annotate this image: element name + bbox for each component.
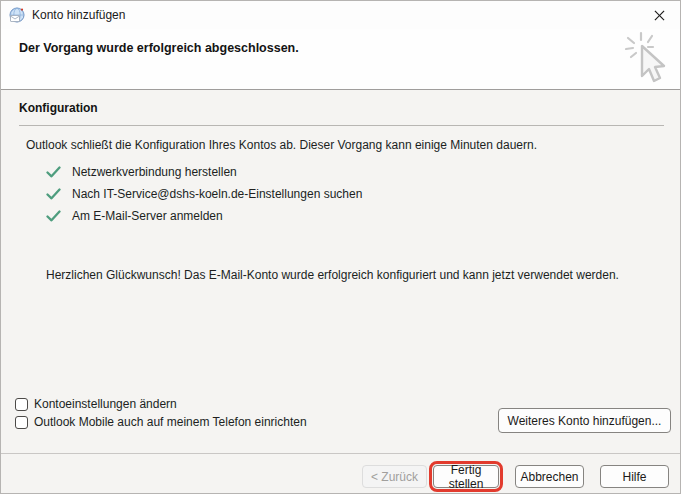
cancel-button[interactable]: Abbrechen [515,465,584,488]
step-logon-server: Am E-Mail-Server anmelden [46,205,362,227]
checkmark-icon [46,188,61,200]
progress-steps: Netzwerkverbindung herstellen Nach IT-Se… [46,161,362,227]
help-button[interactable]: Hilfe [600,465,669,488]
titlebar: Konto hinzufügen [1,1,680,29]
checkmark-icon [46,210,61,222]
footer-divider [1,453,680,454]
step-network: Netzwerkverbindung herstellen [46,161,362,183]
status-message: Der Vorgang wurde erfolgreich abgeschlos… [19,41,299,55]
account-globe-icon [9,7,25,23]
wizard-header: Der Vorgang wurde erfolgreich abgeschlos… [1,29,680,90]
step-search-settings: Nach IT-Service@dshs-koeln.de-Einstellun… [46,183,362,205]
back-button: < Zurück [362,465,427,488]
checkbox-label: Outlook Mobile auch auf meinem Telefon e… [34,415,307,429]
congrats-text: Herzlichen Glückwunsch! Das E-Mail-Konto… [46,268,619,282]
close-icon [654,10,665,21]
checkbox-icon[interactable] [15,398,28,411]
section-title: Konfiguration [19,101,98,115]
close-button[interactable] [646,4,672,26]
add-account-dialog: Konto hinzufügen Der Vorgang wurde erfol… [0,0,681,494]
intro-text: Outlook schließt die Konfiguration Ihres… [26,138,537,152]
busy-cursor-graphic [624,30,674,88]
checkbox-setup-outlook-mobile[interactable]: Outlook Mobile auch auf meinem Telefon e… [15,415,307,429]
checkbox-label: Kontoeinstellungen ändern [34,397,177,411]
step-label: Nach IT-Service@dshs-koeln.de-Einstellun… [72,187,362,201]
step-label: Netzwerkverbindung herstellen [72,165,237,179]
checkbox-icon[interactable] [15,416,28,429]
add-another-account-button[interactable]: Weiteres Konto hinzufügen... [498,408,671,433]
checkbox-change-account-settings[interactable]: Kontoeinstellungen ändern [15,397,177,411]
finish-button[interactable]: Fertig stellen [433,465,499,488]
step-label: Am E-Mail-Server anmelden [72,209,223,223]
checkmark-icon [46,166,61,178]
section-divider [19,125,664,126]
window-title: Konto hinzufügen [32,8,125,22]
